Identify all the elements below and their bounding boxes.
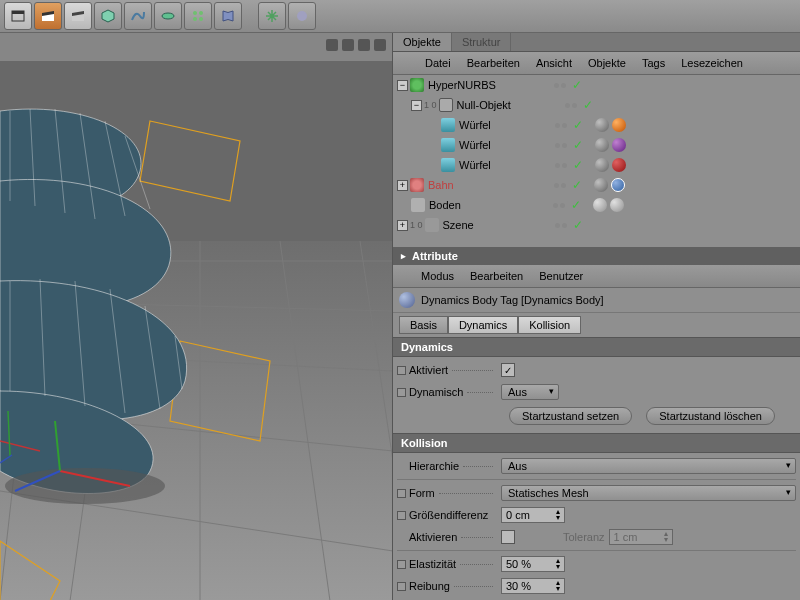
tree-item[interactable]: Bahn [428,179,550,191]
dynamics-tag-icon[interactable] [610,198,624,212]
menu-bearbeiten[interactable]: Bearbeiten [462,267,531,285]
tool-misc-icon[interactable] [288,2,316,30]
tool-clapper-icon[interactable] [34,2,62,30]
tree-row-wuerfel3: Würfel ✓ [393,155,800,175]
startzustand-loeschen-button[interactable]: Startzustand löschen [646,407,775,425]
material-tag-icon[interactable] [593,198,607,212]
expand-icon[interactable]: + [397,180,408,191]
material-tag-icon[interactable] [612,138,626,152]
tree-row-szene: + 1 0 Szene ✓ [393,215,800,235]
expand-icon[interactable]: + [397,220,408,231]
axis-scale-icon[interactable] [358,39,370,51]
tree-item[interactable]: Null-Objekt [457,99,561,111]
prop-dynamisch: Dynamisch Aus [397,381,796,403]
menu-datei[interactable]: Datei [417,54,459,72]
prop-aktiviert: Aktiviert ✓ [397,359,796,381]
svg-point-5 [193,11,197,15]
prop-groesse: Größendifferenz 0 cm▴▾ [397,504,796,526]
section-kollision: Kollision [393,433,800,453]
menu-lesezeichen[interactable]: Lesezeichen [673,54,751,72]
menu-tags[interactable]: Tags [634,54,673,72]
material-tag-icon[interactable] [595,138,609,152]
prop-elastizitaet: Elastizität 50 %▴▾ [397,553,796,575]
tool-cube-icon[interactable] [94,2,122,30]
floor-icon [411,198,425,212]
axis-rotate-icon[interactable] [342,39,354,51]
aktiviert-checkbox[interactable]: ✓ [501,363,515,377]
enable-check-icon[interactable]: ✓ [573,118,583,132]
tool-array-icon[interactable] [184,2,212,30]
dynamics-tag-icon[interactable] [611,178,625,192]
tool-expand-icon[interactable] [258,2,286,30]
menu-objekte[interactable]: Objekte [580,54,634,72]
hypernurbs-icon [410,78,424,92]
startzustand-setzen-button[interactable]: Startzustand setzen [509,407,632,425]
svg-point-9 [297,11,307,21]
material-tag-icon[interactable] [595,158,609,172]
tree-item[interactable]: Würfel [459,119,551,131]
material-tag-icon[interactable] [612,158,626,172]
elastizitaet-input[interactable]: 50 %▴▾ [501,556,565,572]
tool-nurbs-icon[interactable] [154,2,182,30]
menu-ansicht[interactable]: Ansicht [528,54,580,72]
section-dynamics: Dynamics [393,337,800,357]
tree-item[interactable]: Boden [429,199,549,211]
tree-item[interactable]: HyperNURBS [428,79,550,91]
tree-item[interactable]: Würfel [459,139,551,151]
enable-check-icon[interactable]: ✓ [572,178,582,192]
reibung-input[interactable]: 30 %▴▾ [501,578,565,594]
tree-row-wuerfel2: Würfel ✓ [393,135,800,155]
aktivieren-checkbox[interactable] [501,530,515,544]
enable-check-icon[interactable]: ✓ [571,198,581,212]
tool-clapper2-icon[interactable] [64,2,92,30]
enable-check-icon[interactable]: ✓ [572,78,582,92]
attribute-menubar: Modus Bearbeiten Benutzer [393,265,800,288]
expand-icon[interactable]: − [397,80,408,91]
tree-item[interactable]: Würfel [459,159,551,171]
tool-spline-icon[interactable] [124,2,152,30]
dynamisch-select[interactable]: Aus [501,384,559,400]
subtab-basis[interactable]: Basis [399,316,448,334]
menu-modus[interactable]: Modus [413,267,462,285]
viewport[interactable] [0,33,393,600]
subtab-kollision[interactable]: Kollision [518,316,581,334]
enable-check-icon[interactable]: ✓ [583,98,593,112]
main-toolbar [0,0,800,33]
tree-item[interactable]: Szene [443,219,551,231]
tag-title-bar: Dynamics Body Tag [Dynamics Body] [393,288,800,313]
axis-move-icon[interactable] [326,39,338,51]
material-tag-icon[interactable] [612,118,626,132]
groesse-input[interactable]: 0 cm▴▾ [501,507,565,523]
toleranz-label: Toleranz [563,531,605,543]
tab-objekte[interactable]: Objekte [393,33,452,51]
menu-bearbeiten[interactable]: Bearbeiten [459,54,528,72]
form-select[interactable]: Statisches Mesh [501,485,796,501]
enable-check-icon[interactable]: ✓ [573,158,583,172]
tool-film-icon[interactable] [4,2,32,30]
prop-hierarchie: Hierarchie Aus [397,455,796,477]
null-icon [439,98,453,112]
tree-row-null: − 1 0 Null-Objekt ✓ [393,95,800,115]
hierarchie-select[interactable]: Aus [501,458,796,474]
tab-struktur[interactable]: Struktur [452,33,512,51]
dynamics-body-icon [399,292,415,308]
subtab-dynamics[interactable]: Dynamics [448,316,518,334]
tree-row-bahn: + Bahn ✓ [393,175,800,195]
prop-reibung: Reibung 30 %▴▾ [397,575,796,597]
dynamics-tag-icon[interactable] [594,178,608,192]
attribute-header: Attribute [393,247,800,265]
expand-icon[interactable]: − [411,100,422,111]
viewport-render [0,61,392,600]
enable-check-icon[interactable]: ✓ [573,138,583,152]
svg-point-34 [5,468,165,504]
enable-check-icon[interactable]: ✓ [573,218,583,232]
material-tag-icon[interactable] [595,118,609,132]
menu-benutzer[interactable]: Benutzer [531,267,591,285]
tag-title-text: Dynamics Body Tag [Dynamics Body] [421,294,604,306]
prop-form: Form Statisches Mesh [397,482,796,504]
cube-icon [441,138,455,152]
tool-deformer-icon[interactable] [214,2,242,30]
svg-point-4 [162,13,174,19]
viewport-max-icon[interactable] [374,39,386,51]
tree-row-wuerfel1: Würfel ✓ [393,115,800,135]
